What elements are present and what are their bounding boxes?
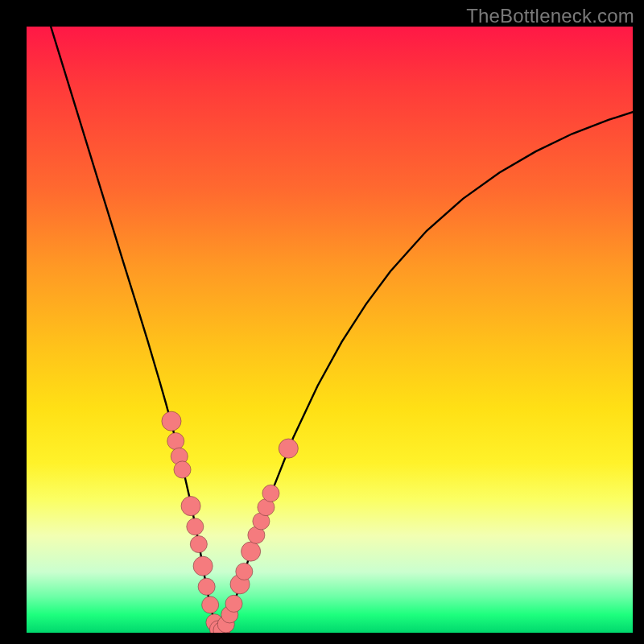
data-marker: [262, 485, 279, 502]
plot-area: [27, 27, 633, 633]
data-marker: [279, 439, 298, 458]
bottleneck-curve: [51, 27, 633, 631]
data-marker: [174, 461, 191, 478]
data-marker: [162, 411, 181, 431]
data-marker: [236, 563, 253, 580]
data-marker: [242, 542, 261, 561]
data-marker: [198, 578, 215, 595]
chart-svg: [27, 27, 633, 633]
data-marker: [225, 595, 242, 612]
data-marker: [190, 536, 207, 553]
data-marker: [187, 518, 204, 535]
data-marker: [181, 497, 200, 516]
data-marker: [167, 433, 184, 450]
watermark-text: TheBottleneck.com: [466, 5, 634, 27]
data-marker: [202, 597, 219, 613]
data-marker: [193, 556, 213, 576]
data-markers: [162, 411, 298, 633]
chart-frame: TheBottleneck.com: [0, 0, 644, 644]
